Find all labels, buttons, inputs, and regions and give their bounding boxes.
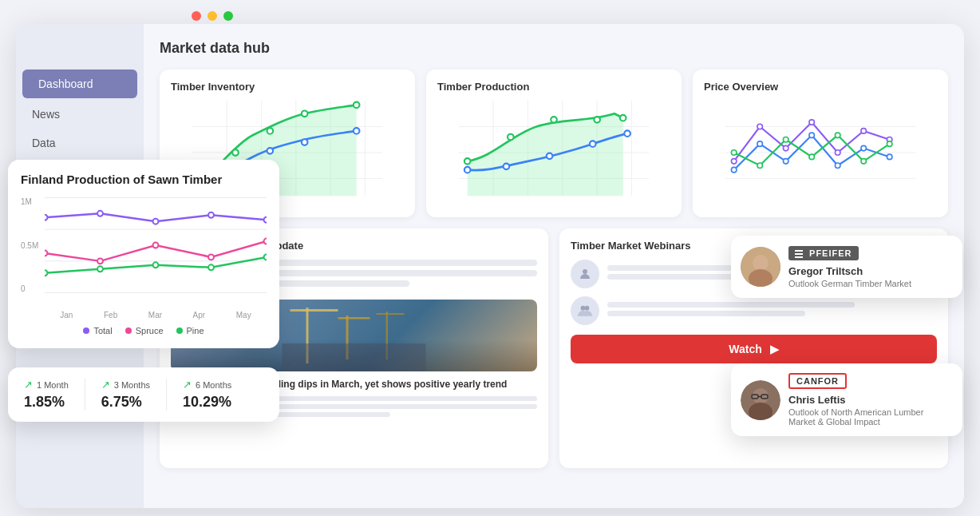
svg-point-79 [45,250,47,256]
price-overview-card: Price Overview [693,69,948,217]
svg-point-9 [232,149,239,156]
speaker-avatar-svg-1 [741,247,780,287]
x-mar: Mar [148,311,162,320]
svg-point-56 [809,154,815,160]
speaker-title-2: Outlook of North American Lumber Market … [788,407,953,427]
legend-pine: Pine [176,326,204,335]
return-period-1: ↗ 1 Month [24,379,69,391]
svg-point-49 [809,133,815,138]
svg-point-55 [783,137,788,143]
period-label-3: 6 Months [196,380,231,390]
svg-point-77 [208,212,214,218]
svg-rect-61 [290,309,338,312]
canfor-logo-container: CANFOR [788,373,953,389]
sidebar-item-news[interactable]: News [16,100,144,129]
webinar-item-2[interactable] [571,296,937,325]
maximize-dot[interactable] [223,11,233,21]
svg-point-78 [264,217,267,223]
x-axis: Jan Feb Mar Apr May [21,311,267,320]
speaker-card-2: CANFOR Chris Leftis Outlook of North Ame… [731,363,962,436]
pfeifer-line [795,253,803,255]
up-arrow-icon-2: ↗ [101,379,110,391]
svg-point-50 [835,163,840,169]
legend-total: Total [83,326,112,335]
svg-point-42 [809,120,815,125]
legend-spruce: Spruce [125,326,164,335]
legend-dot-total [83,327,89,334]
pfeifer-lines [795,250,803,258]
returns-card: ↗ 1 Month 1.85% ↗ 3 Months 6.75% ↗ 6 Mon… [8,367,279,422]
svg-point-34 [590,141,596,147]
canfor-logo: CANFOR [788,373,847,389]
period-label-1: 1 Month [37,380,69,390]
svg-point-46 [731,167,737,173]
svg-point-47 [757,141,763,147]
svg-point-29 [594,117,600,123]
legend-dot-pine [176,327,183,334]
price-overview-chart [704,101,937,204]
close-dot[interactable] [192,11,201,21]
svg-point-59 [887,141,892,147]
svg-point-69 [585,306,590,311]
svg-point-44 [861,129,867,134]
svg-point-75 [97,211,103,216]
speaker-avatar-svg-2 [741,380,780,420]
sidebar-item-dashboard[interactable]: Dashboard [22,69,137,98]
return-3months: ↗ 3 Months 6.75% [101,379,150,411]
svg-rect-63 [338,317,370,320]
svg-point-39 [731,159,737,165]
speaker-title-1: Outlook German Timber Market [788,279,953,288]
speaker-info-1: PFEIFER Gregor Triltsch Outlook German T… [788,245,953,288]
timber-inventory-title: Timber Inventory [171,81,404,93]
svg-point-54 [757,163,763,169]
svg-point-10 [267,128,274,134]
svg-point-85 [97,266,103,272]
svg-point-35 [624,130,630,137]
webinar-line-short [607,311,805,316]
window-chrome [192,11,233,21]
svg-point-33 [547,153,553,160]
svg-point-11 [302,110,308,117]
y-label-05m: 0.5M [21,241,45,250]
svg-point-15 [267,148,274,154]
legend-label-total: Total [93,326,112,335]
speaker-photo-1 [741,247,780,287]
svg-point-68 [581,306,586,311]
return-value-1: 1.85% [24,394,69,411]
webinar-line [607,302,855,308]
svg-point-31 [464,167,471,173]
svg-point-76 [153,219,159,224]
finland-chart-container: 1M 0.5M 0 [21,197,267,309]
speaker-name-2: Chris Leftis [788,394,953,406]
pfeifer-logo-container: PFEIFER [788,245,953,260]
return-period-2: ↗ 3 Months [101,379,150,391]
svg-point-41 [783,145,788,151]
pfeifer-logo: PFEIFER [788,246,859,260]
svg-point-12 [354,102,360,109]
return-6months: ↗ 6 Months 10.29% [183,379,231,411]
sidebar-item-data[interactable]: Data [16,129,144,157]
svg-point-82 [208,254,214,260]
watch-label: Watch [729,343,761,355]
svg-point-58 [861,159,867,165]
legend-label-pine: Pine [187,326,204,335]
watch-button[interactable]: Watch ▶ [571,335,937,363]
finland-chart-svg [45,197,267,293]
svg-point-67 [583,269,587,274]
minimize-dot[interactable] [207,11,217,21]
svg-point-86 [153,262,159,268]
play-icon: ▶ [770,343,779,355]
y-label-1m: 1M [21,197,45,206]
pfeifer-text: PFEIFER [809,248,852,258]
webinar-avatar-1 [571,260,599,288]
svg-point-52 [887,154,892,160]
svg-point-51 [861,145,867,151]
svg-point-84 [45,270,47,276]
svg-point-80 [97,258,103,264]
y-label-0: 0 [21,284,45,293]
return-period-3: ↗ 6 Months [183,379,231,391]
svg-point-32 [504,164,510,170]
return-divider-2 [166,379,167,411]
svg-rect-66 [283,343,426,371]
speaker-photo-2 [741,380,780,420]
